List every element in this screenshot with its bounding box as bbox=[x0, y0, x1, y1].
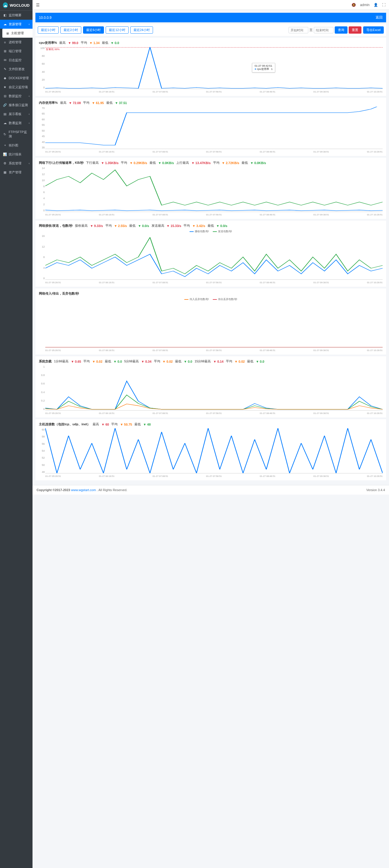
sidebar-item-6[interactable]: ✎文件防篡改 bbox=[0, 65, 32, 74]
sidebar-item-9[interactable]: ⊟数据监控‹ bbox=[0, 92, 32, 101]
sidebar-item-12[interactable]: ☁数通监测‹ bbox=[0, 119, 32, 128]
stat-label: 1分钟最高 bbox=[54, 359, 68, 364]
sidebar-item-11[interactable]: ▤展示看板‹ bbox=[0, 110, 32, 119]
end-date-input[interactable] bbox=[314, 27, 334, 33]
db-icon: ⊟ bbox=[3, 94, 7, 98]
chart-title: cpu使用率%最高▼ 99.0平均▼ 1.34最低▼ 0.0 bbox=[39, 40, 383, 45]
x-axis: 01-27 05:28:5101-27 06:18:5101-27 07:08:… bbox=[45, 281, 383, 284]
sidebar-item-4[interactable]: ⊞端口管理 bbox=[0, 47, 32, 56]
stat-value: ▼ 0.0/s bbox=[216, 224, 227, 227]
stat-value: ▼ 0.65 bbox=[71, 360, 81, 363]
range-button-3[interactable]: 最近12小时 bbox=[106, 26, 128, 34]
sidebar-item-label: 数通监测 bbox=[9, 121, 22, 125]
start-date-input[interactable] bbox=[288, 27, 308, 33]
chart-card-3: 网络接收/发送，包数/秒接收最高▼ 9.33/s平均▼ 2.55/s最低▼ 0.… bbox=[35, 221, 386, 287]
chart-title: 网络接收/发送，包数/秒接收最高▼ 9.33/s平均▼ 2.55/s最低▼ 0.… bbox=[39, 223, 383, 228]
y-axis: 14121086420 bbox=[39, 167, 45, 212]
sidebar-item-8[interactable]: ★自定义监控项 bbox=[0, 83, 32, 92]
sidebar-item-2[interactable]: 🖥主机管理 bbox=[2, 29, 32, 38]
sidebar-item-label: 展示看板 bbox=[9, 112, 22, 116]
user-name[interactable]: admin bbox=[360, 3, 369, 7]
chart-card-5: 系统负载1分钟最高▼ 0.65平均▼ 0.02最低▼ 0.05分钟最高▼ 0.3… bbox=[35, 356, 386, 417]
menu-toggle-icon[interactable]: ☰ bbox=[36, 3, 40, 7]
host-header: 10.0.0.9 返回 bbox=[35, 13, 386, 22]
stat-label: 平均 bbox=[121, 161, 127, 165]
notification-icon[interactable]: 🔕 bbox=[352, 3, 356, 7]
reset-button[interactable]: 重置 bbox=[349, 26, 361, 34]
sidebar-item-16[interactable]: ⚙系统管理‹ bbox=[0, 159, 32, 168]
sidebar-item-label: 资产管理 bbox=[9, 170, 22, 175]
x-axis: 01-27 05:28:5101-27 06:18:5101-27 07:08:… bbox=[45, 475, 383, 477]
sidebar-item-5[interactable]: ✉日志监控 bbox=[0, 56, 32, 65]
sidebar-item-7[interactable]: ◆DOCKER管理 bbox=[0, 74, 32, 83]
footer-link[interactable]: www.wgstart.com bbox=[71, 488, 96, 492]
chart-card-0: cpu使用率%最高▼ 99.0平均▼ 1.34最低▼ 0.0 告警线 99% 1… bbox=[35, 38, 386, 96]
stat-value: ▼ 48 bbox=[143, 423, 151, 426]
chart-card-1: 内存使用率%最高▼ 72.08平均▼ 61.95最低▼ 37.51 706560… bbox=[35, 98, 386, 156]
chart-area[interactable]: 告警线 99% 100806040200 01-27 08:42:51● cpu… bbox=[39, 47, 383, 93]
fullscreen-icon[interactable]: ⛶ bbox=[382, 3, 386, 7]
sidebar-item-17[interactable]: ▦资产管理 bbox=[0, 168, 32, 177]
range-button-0[interactable]: 最近1小时 bbox=[38, 26, 59, 34]
sidebar-item-15[interactable]: 📊统计报表 bbox=[0, 150, 32, 159]
chart-area[interactable]: 1612840 01-27 05:28:5101-27 06:18:5101-2… bbox=[39, 235, 383, 284]
chart-legend: 传入丢弃包数/秒传出丢弃包数/秒 bbox=[39, 298, 383, 301]
y-axis: 1612840 bbox=[39, 235, 45, 280]
back-button[interactable]: 返回 bbox=[376, 15, 383, 20]
stat-value: ▼ 0.02 bbox=[163, 360, 173, 363]
legend-item[interactable]: 发送包数/秒 bbox=[213, 229, 232, 234]
sidebar-item-1[interactable]: ☁资源管理‹ bbox=[0, 20, 32, 29]
stat-label: 最低 bbox=[149, 161, 156, 165]
range-button-2[interactable]: 最近6小时 bbox=[83, 26, 104, 34]
topo-icon: ⚬ bbox=[3, 144, 7, 148]
sys-icon: ⚙ bbox=[3, 161, 7, 165]
stat-value: ▼ 0.02 bbox=[234, 360, 245, 363]
chart-area[interactable]: 01-27 05:28:5101-27 06:18:5101-27 07:08:… bbox=[39, 302, 383, 352]
process-icon: ≡ bbox=[3, 40, 7, 44]
y-axis: 7065605550454035 bbox=[39, 107, 45, 149]
legend-item[interactable]: 传入丢弃包数/秒 bbox=[184, 298, 209, 301]
sidebar-item-label: 数据监控 bbox=[9, 94, 22, 98]
sidebar-item-10[interactable]: 🔗服务接口监测 bbox=[0, 101, 32, 110]
topbar: ☰ 🔕 admin 👤 ⛶ bbox=[32, 0, 389, 10]
docker-icon: ◆ bbox=[3, 76, 7, 80]
sidebar-item-3[interactable]: ≡进程管理 bbox=[0, 38, 32, 47]
stat-value: ▼ 1.35KB/s bbox=[101, 161, 118, 165]
stat-value: ▼ 0.0 bbox=[256, 360, 264, 363]
stat-value: ▼ 37.51 bbox=[115, 101, 127, 105]
stat-value: ▼ 50.75 bbox=[120, 423, 132, 426]
range-button-4[interactable]: 最近24小时 bbox=[130, 26, 153, 34]
chart-area[interactable]: 60585654525048 01-27 05:28:5101-27 06:18… bbox=[39, 428, 383, 477]
chart-area[interactable]: 14121086420 01-27 05:28:5101-27 06:18:51… bbox=[39, 167, 383, 216]
stat-value: ▼ 0.0 bbox=[184, 360, 192, 363]
stat-label: 最低 bbox=[247, 359, 253, 364]
sidebar-item-13[interactable]: ↻FTP/SFTP监测 bbox=[0, 128, 32, 141]
legend-item[interactable]: 传出丢弃包数/秒 bbox=[213, 298, 237, 301]
stat-label: 最低 bbox=[134, 422, 141, 427]
log-icon: ✉ bbox=[3, 58, 7, 62]
chart-tooltip: 01-27 08:42:51● cpu使用率 1 bbox=[252, 63, 275, 72]
port-icon: ⊞ bbox=[3, 49, 7, 53]
sidebar-item-0[interactable]: ◧监控概要 bbox=[0, 11, 32, 20]
y-axis bbox=[39, 302, 45, 348]
chart-area[interactable]: 10.80.60.40.20 01-27 05:28:5101-27 06:18… bbox=[39, 365, 383, 414]
api-icon: 🔗 bbox=[3, 103, 7, 107]
chart-area[interactable]: 7065605550454035 01-27 05:28:5101-27 06:… bbox=[39, 107, 383, 153]
board-icon: ▤ bbox=[3, 112, 7, 116]
user-icon[interactable]: 👤 bbox=[373, 3, 378, 7]
dashboard-icon: ◧ bbox=[3, 13, 7, 18]
ftp-icon: ↻ bbox=[3, 132, 7, 136]
report-icon: 📊 bbox=[3, 153, 7, 157]
star-icon: ★ bbox=[3, 85, 7, 89]
chevron-left-icon: ‹ bbox=[29, 113, 30, 116]
y-axis: 10.80.60.40.20 bbox=[39, 365, 45, 410]
footer-rights: . All Rights Reserved. bbox=[97, 488, 127, 492]
stat-value: ▼ 60 bbox=[101, 423, 109, 426]
query-button[interactable]: 查询 bbox=[335, 26, 348, 34]
x-axis: 01-27 05:28:5101-27 06:18:5101-27 07:08:… bbox=[45, 213, 383, 216]
sidebar-item-label: 进程管理 bbox=[9, 40, 22, 44]
export-button[interactable]: 导出Excel bbox=[363, 26, 384, 34]
range-button-1[interactable]: 最近2小时 bbox=[60, 26, 81, 34]
legend-item[interactable]: 接收包数/秒 bbox=[190, 229, 209, 234]
sidebar-item-14[interactable]: ⚬拓扑图 bbox=[0, 141, 32, 150]
